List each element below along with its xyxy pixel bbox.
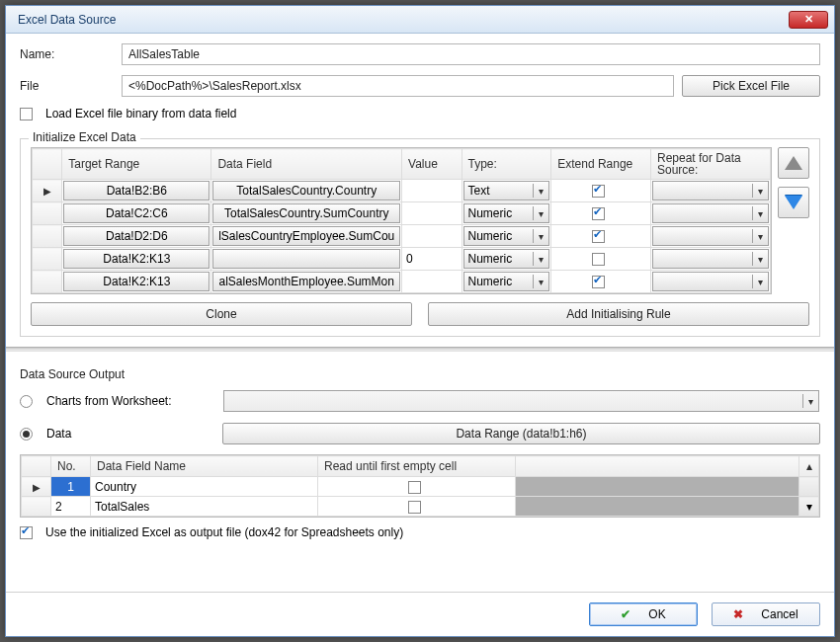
output-row[interactable]: 2TotalSales▾ xyxy=(22,497,819,517)
initialize-excel-data-group: Initialize Excel Data Target Range Data xyxy=(20,138,820,337)
data-field-picker[interactable]: TotalSalesCountry.SumCountry xyxy=(212,203,400,223)
read-until-checkbox[interactable] xyxy=(408,501,421,514)
row-header[interactable] xyxy=(33,180,62,202)
extend-range-checkbox[interactable] xyxy=(592,185,605,198)
chevron-down-icon xyxy=(533,275,548,288)
repeat-source-combo[interactable] xyxy=(652,203,769,223)
close-icon[interactable] xyxy=(789,11,828,29)
data-field-picker[interactable]: alSalesMonthEmployee.SumMon xyxy=(212,272,400,291)
target-range-picker[interactable]: Data!C2:C6 xyxy=(63,203,210,223)
extend-range-checkbox[interactable] xyxy=(592,207,605,220)
out-scroll-up[interactable]: ▴ xyxy=(799,456,819,477)
data-field-picker[interactable] xyxy=(212,249,400,269)
target-range-picker[interactable]: Data!K2:K13 xyxy=(63,249,210,269)
init-row[interactable]: Data!K2:K13alSalesMonthEmployee.SumMonNu… xyxy=(33,271,771,293)
extend-range-checkbox[interactable] xyxy=(592,253,605,266)
col-extend-range[interactable]: Extend Range xyxy=(551,149,651,180)
file-input[interactable] xyxy=(122,75,674,97)
type-combo[interactable]: Text xyxy=(463,181,550,201)
row-header[interactable] xyxy=(33,271,62,293)
add-initialising-rule-button[interactable]: Add Initialising Rule xyxy=(428,302,809,326)
field-name-cell[interactable]: Country xyxy=(91,477,318,497)
use-output-file-label: Use the initialized Excel as output file… xyxy=(45,525,403,539)
row-header[interactable] xyxy=(33,248,62,271)
cancel-button[interactable]: ✖ Cancel xyxy=(712,602,820,626)
col-data-field[interactable]: Data Field xyxy=(211,149,402,180)
chevron-down-icon xyxy=(752,229,768,243)
initialize-legend: Initialize Excel Data xyxy=(29,130,140,144)
extend-range-checkbox[interactable] xyxy=(592,230,605,243)
init-row[interactable]: Data!C2:C6TotalSalesCountry.SumCountryNu… xyxy=(33,202,771,225)
title-bar: Excel Data Source xyxy=(6,6,834,34)
chevron-down-icon xyxy=(752,184,768,198)
row-header[interactable] xyxy=(22,497,51,517)
data-label: Data xyxy=(46,427,214,441)
repeat-source-combo[interactable] xyxy=(652,272,769,291)
data-field-picker[interactable]: TotalSalesCountry.Country xyxy=(212,181,400,201)
repeat-source-combo[interactable] xyxy=(652,181,769,201)
load-binary-checkbox[interactable] xyxy=(20,108,33,120)
chevron-down-icon xyxy=(752,275,768,288)
value-input[interactable] xyxy=(402,272,461,291)
arrow-up-icon xyxy=(785,156,802,170)
row-header[interactable] xyxy=(33,225,62,248)
charts-radio[interactable] xyxy=(20,395,33,408)
chevron-down-icon xyxy=(802,394,818,408)
output-row[interactable]: 1Country xyxy=(22,477,819,497)
chevron-down-icon xyxy=(533,184,548,198)
data-range-button[interactable]: Data Range (data!b1:h6) xyxy=(222,423,820,444)
out-scroll-down[interactable]: ▾ xyxy=(799,497,819,517)
out-col-no[interactable]: No. xyxy=(51,456,91,477)
col-type[interactable]: Type: xyxy=(462,149,551,180)
cross-icon: ✖ xyxy=(733,607,743,621)
extend-range-checkbox[interactable] xyxy=(592,276,605,288)
out-col-readuntil[interactable]: Read until first empty cell xyxy=(318,456,516,477)
init-row[interactable]: Data!K2:K13Numeric xyxy=(33,248,771,271)
repeat-source-combo[interactable] xyxy=(652,249,769,269)
ok-button[interactable]: ✔ OK xyxy=(589,602,698,626)
type-combo[interactable]: Numeric xyxy=(463,272,550,291)
move-down-button[interactable] xyxy=(778,187,809,218)
output-legend: Data Source Output xyxy=(20,367,820,381)
target-range-picker[interactable]: Data!K2:K13 xyxy=(63,272,210,291)
chevron-down-icon xyxy=(752,252,768,266)
chevron-down-icon xyxy=(533,206,548,220)
out-col-field[interactable]: Data Field Name xyxy=(91,456,318,477)
target-range-picker[interactable]: Data!D2:D6 xyxy=(63,226,210,246)
check-icon: ✔ xyxy=(621,607,630,621)
scrollbar-track[interactable] xyxy=(799,477,819,497)
out-col-spacer xyxy=(516,456,799,477)
field-name-cell[interactable]: TotalSales xyxy=(91,497,318,517)
value-input[interactable] xyxy=(402,203,461,223)
col-target-range[interactable]: Target Range xyxy=(62,149,211,180)
value-input[interactable] xyxy=(402,249,461,269)
data-radio[interactable] xyxy=(20,428,33,441)
init-row[interactable]: Data!D2:D6lSalesCountryEmployee.SumCouNu… xyxy=(33,225,771,248)
init-row[interactable]: Data!B2:B6TotalSalesCountry.CountryText xyxy=(33,180,771,202)
col-value[interactable]: Value xyxy=(402,149,462,180)
init-rules-grid: Target Range Data Field Value Type: Exte… xyxy=(31,147,772,294)
target-range-picker[interactable]: Data!B2:B6 xyxy=(63,181,210,201)
move-up-button[interactable] xyxy=(778,147,809,179)
col-repeat-source[interactable]: Repeat for Data Source: xyxy=(651,149,771,180)
window-title: Excel Data Source xyxy=(12,13,789,27)
data-field-picker[interactable]: lSalesCountryEmployee.SumCou xyxy=(212,226,400,246)
clone-button[interactable]: Clone xyxy=(31,302,412,326)
dialog-footer: ✔ OK ✖ Cancel xyxy=(6,592,834,636)
type-combo[interactable]: Numeric xyxy=(463,226,550,246)
row-header[interactable] xyxy=(33,202,62,225)
read-until-checkbox[interactable] xyxy=(408,481,421,494)
value-input[interactable] xyxy=(402,181,461,201)
value-input[interactable] xyxy=(402,226,461,246)
use-output-file-checkbox[interactable] xyxy=(20,526,33,539)
name-input[interactable] xyxy=(122,43,820,65)
pick-excel-file-button[interactable]: Pick Excel File xyxy=(682,75,820,97)
type-combo[interactable]: Numeric xyxy=(463,249,550,269)
type-combo[interactable]: Numeric xyxy=(463,203,550,223)
row-no: 1 xyxy=(51,477,91,497)
out-grid-corner xyxy=(22,456,51,477)
cancel-button-label: Cancel xyxy=(761,607,798,621)
separator xyxy=(6,347,834,352)
row-header[interactable] xyxy=(22,477,51,497)
repeat-source-combo[interactable] xyxy=(652,226,769,246)
